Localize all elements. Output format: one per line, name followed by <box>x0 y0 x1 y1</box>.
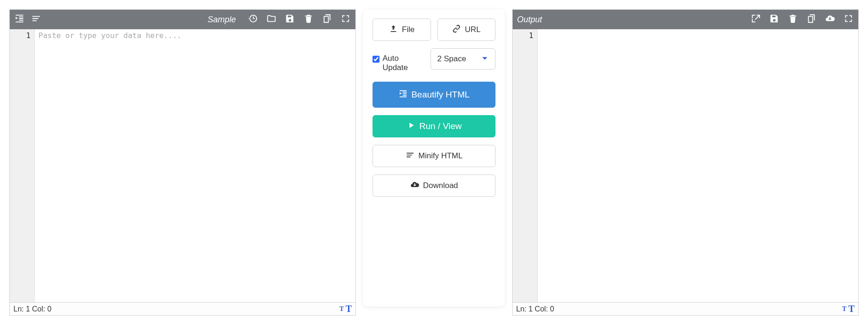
minify-button[interactable]: Minify HTML <box>373 145 495 167</box>
url-button[interactable]: URL <box>437 19 495 41</box>
input-panel: Sample 1 Paste or type y <box>9 9 356 316</box>
auto-update-label: AutoUpdate <box>382 54 408 72</box>
increase-font-button[interactable]: T <box>849 304 855 314</box>
output-gutter: 1 <box>513 29 538 302</box>
run-label: Run / View <box>419 121 462 131</box>
input-cursor-status: Ln: 1 Col: 0 <box>13 305 51 313</box>
open-external-icon[interactable] <box>751 13 761 26</box>
input-gutter: 1 <box>10 29 35 302</box>
increase-font-button[interactable]: T <box>346 304 352 314</box>
file-upload-label: File <box>402 25 414 34</box>
line-number: 1 <box>513 31 534 40</box>
beautify-label: Beautify HTML <box>411 90 470 100</box>
copy-icon[interactable] <box>322 13 332 26</box>
save-icon[interactable] <box>285 13 295 26</box>
save-icon[interactable] <box>769 13 779 26</box>
output-cursor-status: Ln: 1 Col: 0 <box>516 305 554 313</box>
url-label: URL <box>465 25 481 34</box>
format-indent-icon[interactable] <box>14 13 25 26</box>
input-toolbar: Sample <box>10 10 355 29</box>
run-button[interactable]: Run / View <box>373 115 495 137</box>
line-number: 1 <box>10 31 31 40</box>
download-button[interactable]: Download <box>373 175 495 197</box>
menu-lines-icon[interactable] <box>31 13 41 26</box>
input-placeholder: Paste or type your data here.... <box>39 31 181 40</box>
format-indent-icon <box>399 89 408 101</box>
output-footer: Ln: 1 Col: 0 T T <box>513 302 858 315</box>
auto-update-checkbox[interactable] <box>373 56 379 63</box>
input-editor-body[interactable]: Paste or type your data here.... <box>35 29 355 302</box>
delete-icon[interactable] <box>303 13 314 26</box>
indent-select[interactable]: 2 Space <box>431 48 495 70</box>
chevron-down-icon <box>481 54 489 64</box>
history-icon[interactable] <box>248 13 258 26</box>
beautify-button[interactable]: Beautify HTML <box>373 82 495 108</box>
play-icon <box>406 121 416 132</box>
input-footer: Ln: 1 Col: 0 T T <box>10 302 355 315</box>
input-editor[interactable]: 1 Paste or type your data here.... <box>10 29 355 302</box>
output-panel: Output 1 L <box>512 9 859 316</box>
decrease-font-button[interactable]: T <box>340 305 344 313</box>
copy-icon[interactable] <box>806 13 817 26</box>
minify-label: Minify HTML <box>418 151 463 161</box>
menu-lines-icon <box>405 150 415 162</box>
output-editor[interactable]: 1 <box>513 29 858 302</box>
output-editor-body[interactable] <box>538 29 858 302</box>
controls-panel: File URL AutoUpdate 2 Space Beautify HTM… <box>363 9 504 306</box>
indent-select-value: 2 Space <box>437 54 466 64</box>
decrease-font-button[interactable]: T <box>842 305 846 313</box>
file-upload-button[interactable]: File <box>373 19 431 41</box>
delete-icon[interactable] <box>788 13 798 26</box>
auto-update-checkbox-block[interactable]: AutoUpdate <box>373 48 408 72</box>
download-label: Download <box>423 181 458 190</box>
fullscreen-icon[interactable] <box>843 13 854 26</box>
fullscreen-icon[interactable] <box>341 13 351 26</box>
folder-open-icon[interactable] <box>266 13 276 26</box>
upload-icon <box>389 24 398 36</box>
link-icon <box>452 24 461 36</box>
cloud-download-icon <box>410 180 419 192</box>
output-toolbar: Output <box>513 10 858 29</box>
sample-button[interactable]: Sample <box>207 15 236 25</box>
output-title: Output <box>517 15 542 25</box>
cloud-download-icon[interactable] <box>825 13 835 26</box>
